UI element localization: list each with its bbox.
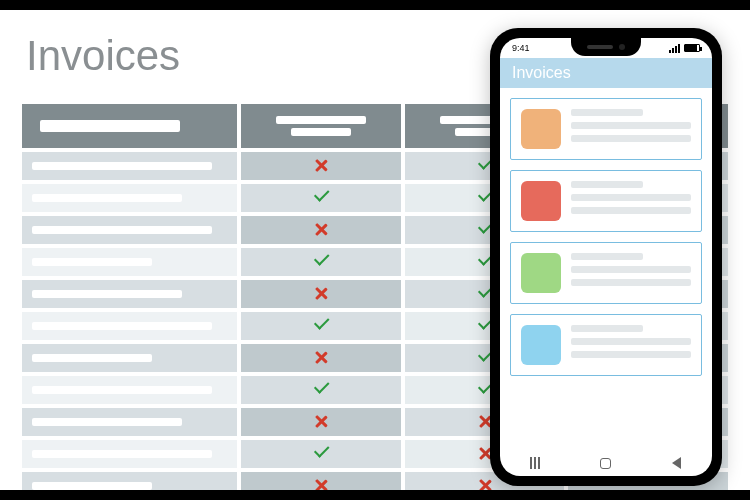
letterbox-bottom bbox=[0, 490, 750, 500]
card-avatar bbox=[521, 325, 561, 365]
check-icon bbox=[312, 381, 330, 399]
status-cell-a bbox=[241, 248, 401, 276]
status-cell-a bbox=[241, 184, 401, 212]
nav-home-icon[interactable] bbox=[599, 456, 613, 470]
status-cell-a bbox=[241, 440, 401, 468]
name-cell bbox=[22, 184, 237, 212]
check-icon bbox=[312, 445, 330, 463]
check-icon bbox=[312, 317, 330, 335]
check-icon bbox=[312, 189, 330, 207]
nav-bar bbox=[500, 450, 712, 476]
card-avatar bbox=[521, 109, 561, 149]
name-cell bbox=[22, 248, 237, 276]
table-header-name bbox=[22, 104, 237, 148]
nav-recent-icon[interactable] bbox=[528, 456, 542, 470]
name-cell bbox=[22, 312, 237, 340]
cross-icon bbox=[312, 349, 330, 367]
app-title: Invoices bbox=[512, 64, 571, 82]
invoice-card[interactable] bbox=[510, 170, 702, 232]
card-lines bbox=[571, 325, 691, 365]
battery-icon bbox=[684, 44, 700, 52]
card-avatar bbox=[521, 181, 561, 221]
card-avatar bbox=[521, 253, 561, 293]
card-lines bbox=[571, 253, 691, 293]
status-cell-a bbox=[241, 152, 401, 180]
card-lines bbox=[571, 109, 691, 149]
name-cell bbox=[22, 376, 237, 404]
cross-icon bbox=[312, 413, 330, 431]
canvas: Invoices 9:41 Inv bbox=[0, 10, 750, 490]
app-header: Invoices bbox=[500, 58, 712, 88]
invoice-card[interactable] bbox=[510, 314, 702, 376]
signal-icon bbox=[669, 44, 680, 53]
phone-screen: 9:41 Invoices bbox=[500, 38, 712, 476]
invoice-card[interactable] bbox=[510, 98, 702, 160]
name-cell bbox=[22, 408, 237, 436]
status-cell-a bbox=[241, 312, 401, 340]
phone-device: 9:41 Invoices bbox=[490, 28, 722, 486]
status-cell-a bbox=[241, 344, 401, 372]
check-icon bbox=[312, 253, 330, 271]
card-lines bbox=[571, 181, 691, 221]
nav-back-icon[interactable] bbox=[670, 456, 684, 470]
status-cell-a bbox=[241, 280, 401, 308]
cross-icon bbox=[312, 477, 330, 490]
status-cell-a bbox=[241, 376, 401, 404]
status-right bbox=[669, 44, 700, 53]
name-cell bbox=[22, 472, 237, 490]
name-cell bbox=[22, 280, 237, 308]
cross-icon bbox=[312, 285, 330, 303]
name-cell bbox=[22, 152, 237, 180]
invoice-card[interactable] bbox=[510, 242, 702, 304]
status-cell-a bbox=[241, 408, 401, 436]
app-body bbox=[500, 88, 712, 450]
status-cell-a bbox=[241, 472, 401, 490]
name-cell bbox=[22, 344, 237, 372]
table-header-col-a bbox=[241, 104, 401, 148]
cross-icon bbox=[312, 157, 330, 175]
cross-icon bbox=[476, 477, 494, 490]
name-cell bbox=[22, 440, 237, 468]
status-time: 9:41 bbox=[512, 43, 530, 53]
name-cell bbox=[22, 216, 237, 244]
phone-notch bbox=[571, 38, 641, 56]
cross-icon bbox=[312, 221, 330, 239]
letterbox-top bbox=[0, 0, 750, 10]
status-cell-a bbox=[241, 216, 401, 244]
